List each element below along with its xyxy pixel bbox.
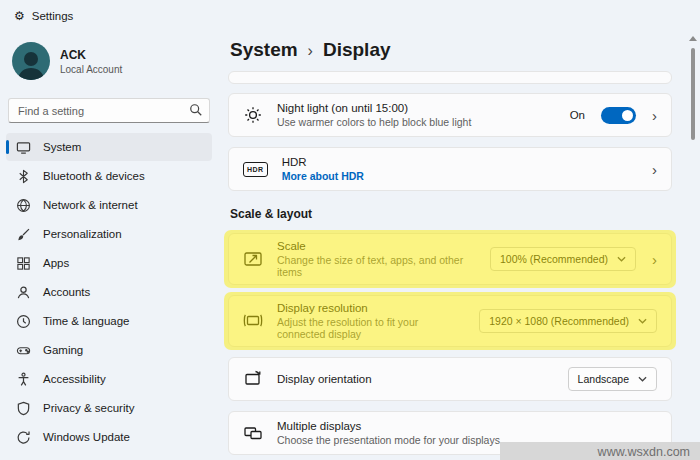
display-resolution-texts: Display resolution Adjust the resolution… xyxy=(277,302,465,340)
night-light-toggle-label: On xyxy=(570,109,585,121)
scale-title: Scale xyxy=(277,240,476,252)
system-icon xyxy=(16,140,31,155)
sidebar-item-personalization[interactable]: Personalization xyxy=(6,220,212,248)
sidebar-item-gaming[interactable]: Gaming xyxy=(6,336,212,364)
sidebar-item-label: Gaming xyxy=(43,344,83,356)
vertical-scrollbar[interactable] xyxy=(688,36,698,454)
sidebar-item-accounts[interactable]: Accounts xyxy=(6,278,212,306)
sidebar-item-label: Time & language xyxy=(43,315,130,327)
titlebar: ⚙ Settings xyxy=(0,0,700,32)
settings-list: Night light (on until 15:00) Use warmer … xyxy=(228,71,672,460)
sidebar-item-label: System xyxy=(43,141,81,153)
night-light-description: Use warmer colors to help block blue lig… xyxy=(277,116,556,128)
chevron-down-icon xyxy=(638,318,647,324)
sidebar-item-label: Accounts xyxy=(43,286,90,298)
sidebar-item-label: Personalization xyxy=(43,228,122,240)
night-light-texts: Night light (on until 15:00) Use warmer … xyxy=(277,102,556,128)
page-title: Display xyxy=(323,39,391,61)
night-light-row[interactable]: Night light (on until 15:00) Use warmer … xyxy=(228,93,672,137)
night-light-icon xyxy=(243,105,263,125)
shield-icon xyxy=(16,401,31,416)
accessibility-icon xyxy=(16,372,31,387)
update-icon xyxy=(16,430,31,445)
night-light-toggle[interactable] xyxy=(601,107,636,124)
globe-icon xyxy=(16,198,31,213)
apps-grid-icon xyxy=(16,256,31,271)
sidebar-item-windows-update[interactable]: Windows Update xyxy=(6,423,212,451)
account-subtitle: Local Account xyxy=(60,64,122,75)
chevron-right-icon: › xyxy=(650,108,657,123)
sidebar-item-network[interactable]: Network & internet xyxy=(6,191,212,219)
section-scale-layout: Scale & layout xyxy=(230,207,672,221)
person-icon xyxy=(16,285,31,300)
avatar[interactable] xyxy=(12,42,50,80)
display-resolution-row[interactable]: Display resolution Adjust the resolution… xyxy=(228,295,672,347)
account-name: ACK xyxy=(60,48,122,62)
window-title: Settings xyxy=(32,10,74,22)
clock-icon xyxy=(16,314,31,329)
chevron-down-icon xyxy=(617,256,626,262)
hdr-texts: HDR More about HDR xyxy=(282,156,636,182)
sidebar-item-bluetooth[interactable]: Bluetooth & devices xyxy=(6,162,212,190)
watermark: www.wsxdn.com xyxy=(598,445,690,459)
scale-texts: Scale Change the size of text, apps, and… xyxy=(277,240,476,278)
sidebar-item-privacy[interactable]: Privacy & security xyxy=(6,394,212,422)
search-box xyxy=(8,98,210,123)
search-input[interactable] xyxy=(8,98,210,123)
scale-dropdown-value: 100% (Recommended) xyxy=(500,253,608,265)
night-light-title: Night light (on until 15:00) xyxy=(277,102,556,114)
hdr-more-link[interactable]: More about HDR xyxy=(282,170,636,182)
display-resolution-dropdown[interactable]: 1920 × 1080 (Recommended) xyxy=(479,309,657,333)
display-orientation-dropdown[interactable]: Landscape xyxy=(568,367,657,391)
chevron-down-icon xyxy=(638,376,647,382)
breadcrumb-system[interactable]: System xyxy=(230,39,298,61)
display-orientation-title: Display orientation xyxy=(277,373,554,385)
chevron-right-icon: › xyxy=(650,162,657,177)
main-content: System › Display Night light (on until 1… xyxy=(218,32,700,460)
settings-gear-icon: ⚙ xyxy=(14,9,25,23)
hdr-icon: HDR xyxy=(243,162,268,177)
multiple-displays-icon xyxy=(243,423,263,443)
sidebar-item-label: Accessibility xyxy=(43,373,106,385)
bluetooth-icon xyxy=(16,169,31,184)
account-texts: ACK Local Account xyxy=(60,48,122,75)
paintbrush-icon xyxy=(16,227,31,242)
breadcrumb-separator-icon: › xyxy=(308,42,313,60)
hdr-row[interactable]: HDR HDR More about HDR › xyxy=(228,147,672,191)
sidebar-nav: System Bluetooth & devices Network & int… xyxy=(0,133,218,451)
scale-icon xyxy=(243,249,263,269)
scale-dropdown[interactable]: 100% (Recommended) xyxy=(490,247,636,271)
display-resolution-value: 1920 × 1080 (Recommended) xyxy=(489,315,629,327)
scale-description: Change the size of text, apps, and other… xyxy=(277,254,476,278)
sidebar-item-system[interactable]: System xyxy=(6,133,212,161)
scroll-up-icon[interactable] xyxy=(689,36,697,41)
sidebar-item-time-language[interactable]: Time & language xyxy=(6,307,212,335)
sidebar: ACK Local Account System Bluetooth & dev… xyxy=(0,32,218,460)
display-orientation-texts: Display orientation xyxy=(277,373,554,385)
sidebar-item-label: Apps xyxy=(43,257,69,269)
account-block[interactable]: ACK Local Account xyxy=(0,32,218,88)
scrollbar-thumb[interactable] xyxy=(691,48,695,140)
scale-row[interactable]: Scale Change the size of text, apps, and… xyxy=(228,233,672,285)
display-orientation-icon xyxy=(243,369,263,389)
breadcrumb: System › Display xyxy=(218,32,700,71)
sidebar-item-label: Bluetooth & devices xyxy=(43,170,145,182)
sidebar-item-accessibility[interactable]: Accessibility xyxy=(6,365,212,393)
search-icon[interactable] xyxy=(189,103,203,117)
sidebar-item-label: Privacy & security xyxy=(43,402,134,414)
gamepad-icon xyxy=(16,343,31,358)
display-resolution-description: Adjust the resolution to fit your connec… xyxy=(277,316,465,340)
sidebar-item-label: Windows Update xyxy=(43,431,130,443)
multiple-displays-title: Multiple displays xyxy=(277,420,657,432)
chevron-right-icon: › xyxy=(650,252,657,267)
clipped-card-partial[interactable] xyxy=(228,71,672,84)
sidebar-item-label: Network & internet xyxy=(43,199,138,211)
display-resolution-icon xyxy=(243,311,263,331)
display-orientation-row[interactable]: Display orientation Landscape xyxy=(228,357,672,401)
hdr-title: HDR xyxy=(282,156,636,168)
settings-window: ⚙ Settings ACK Local Account System xyxy=(0,0,700,460)
display-resolution-title: Display resolution xyxy=(277,302,465,314)
sidebar-item-apps[interactable]: Apps xyxy=(6,249,212,277)
display-orientation-value: Landscape xyxy=(578,373,629,385)
